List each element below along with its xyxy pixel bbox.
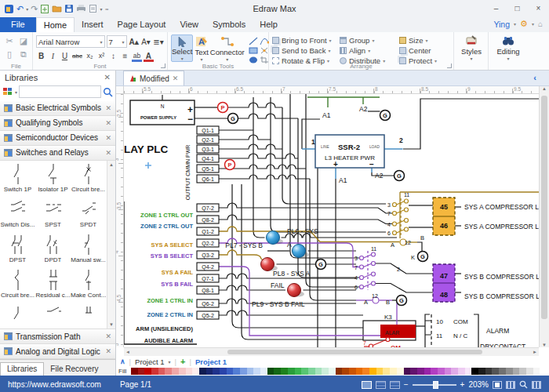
color-swatch[interactable] [533, 368, 540, 375]
color-swatch[interactable] [131, 368, 138, 375]
add-page-icon[interactable]: + [180, 357, 185, 366]
edraw-logo-icon[interactable] [4, 4, 14, 14]
color-swatch[interactable] [227, 368, 234, 375]
minimize-button[interactable]: – [485, 1, 507, 17]
status-url[interactable]: https://www.edrawsoft.com [8, 380, 101, 389]
new-document-icon[interactable] [40, 4, 49, 14]
library-group-qualifying-symbols[interactable]: Qualifying Symbols✕ [0, 116, 115, 131]
print-icon[interactable] [76, 4, 86, 13]
wiring-diagram[interactable]: P P G G G G G G N POWER SUPPLY + − [124, 94, 539, 347]
send-to-back-dropdown-icon[interactable]: ▾ [329, 48, 331, 53]
highlight-button[interactable]: ab [132, 50, 142, 62]
color-swatch[interactable] [151, 368, 158, 375]
bullets-button[interactable]: ≡ [120, 50, 130, 62]
library-close-icon[interactable]: ✕ [105, 332, 111, 340]
color-swatch[interactable] [410, 368, 417, 375]
vertical-scroll-thumb[interactable] [541, 96, 547, 319]
color-swatch[interactable] [138, 368, 145, 375]
tab-symbols[interactable]: Symbols [205, 17, 253, 32]
library-symbol[interactable]: Circuit bre... [71, 162, 106, 193]
zoom-slider[interactable] [413, 384, 456, 386]
underline-button[interactable]: U [60, 50, 70, 62]
cross-tool-icon[interactable] [260, 46, 269, 55]
color-swatch[interactable] [445, 368, 452, 375]
library-symbol[interactable]: DPDT [35, 233, 71, 263]
shrink-font-icon[interactable]: A▾ [140, 36, 151, 48]
color-swatch[interactable] [492, 368, 499, 375]
align-button[interactable]: Align▾ [340, 46, 399, 55]
format-painter-icon[interactable]: ◪ [20, 36, 27, 46]
color-swatch[interactable] [397, 368, 404, 375]
center-button[interactable]: Center [399, 46, 448, 55]
color-swatch[interactable] [199, 368, 206, 375]
color-swatch[interactable] [485, 368, 493, 375]
vertical-scrollbar[interactable]: ▲ ▼ [539, 86, 549, 347]
font-size-select[interactable]: 7▾ [107, 35, 127, 48]
color-swatch[interactable] [526, 368, 533, 375]
zoom-slider-thumb[interactable] [433, 381, 438, 389]
library-symbol[interactable] [71, 303, 106, 327]
library-group-basic-electrical-symbols[interactable]: Basic Electrical Symbols✕ [0, 101, 115, 116]
color-swatch[interactable] [369, 368, 376, 375]
color-swatch[interactable] [431, 368, 438, 375]
library-group-semiconductor-devices[interactable]: Semiconductor Devices✕ [0, 131, 115, 146]
color-swatch[interactable] [295, 368, 302, 375]
bring-to-front-button[interactable]: Bring to Front▾ [272, 36, 340, 45]
color-swatch[interactable] [213, 368, 220, 375]
color-swatch[interactable] [144, 368, 151, 375]
line-spacing-button[interactable]: ↕ [108, 50, 118, 62]
color-swatch[interactable] [513, 368, 520, 375]
color-swatch[interactable] [329, 368, 336, 375]
color-swatch[interactable] [165, 368, 172, 375]
color-swatch[interactable] [465, 368, 472, 375]
superscript-button[interactable]: x² [96, 50, 107, 62]
tab-insert[interactable]: Insert [75, 17, 111, 32]
bold-button[interactable]: B [36, 50, 46, 62]
library-symbol[interactable]: Manual sw... [71, 233, 106, 263]
scroll-left-icon[interactable]: ◄ [125, 349, 130, 356]
collapse-pages-icon[interactable]: ∧ [120, 358, 125, 365]
color-swatch[interactable] [267, 368, 274, 375]
undo-icon[interactable]: ↶ [16, 4, 24, 14]
library-symbol[interactable] [0, 303, 35, 327]
page-selector[interactable]: Project 1 [135, 358, 165, 366]
color-swatch[interactable] [233, 368, 240, 375]
rectangle-tool-icon[interactable] [249, 46, 258, 55]
color-swatch[interactable] [458, 368, 465, 375]
send-to-back-button[interactable]: Send to Back▾ [272, 46, 340, 55]
tab-file[interactable]: File [0, 17, 36, 32]
redo-icon[interactable]: ↷ [31, 4, 38, 14]
library-symbol[interactable]: Residual c... [35, 268, 71, 299]
select-tool-button[interactable]: Select▾ [171, 34, 193, 62]
symbol-scrollbar[interactable]: ▲ ▼ [107, 161, 115, 328]
color-swatch[interactable] [301, 368, 308, 375]
export-icon[interactable] [89, 4, 97, 13]
bring-to-front-dropdown-icon[interactable]: ▾ [329, 38, 332, 43]
library-close-icon[interactable]: ✕ [105, 347, 111, 355]
scroll-right-icon[interactable]: ► [533, 349, 537, 356]
magnifier-icon[interactable] [519, 380, 528, 389]
settings-gear-icon[interactable]: ⚙ [520, 19, 528, 29]
color-swatch[interactable] [376, 368, 384, 375]
library-symbol[interactable]: DPST [0, 233, 35, 263]
library-symbol[interactable]: Switch Dis... [0, 198, 35, 228]
fit-width-icon[interactable] [506, 381, 515, 389]
library-close-icon[interactable]: ✕ [105, 104, 111, 112]
color-swatch[interactable] [308, 368, 315, 375]
color-swatch[interactable] [206, 368, 213, 375]
page-selector-dropdown-icon[interactable]: ▾ [169, 359, 171, 365]
align-dropdown-icon[interactable]: ▾ [368, 48, 370, 53]
color-swatch[interactable] [417, 368, 424, 375]
connector-tool-button[interactable]: Connector▾ [210, 34, 245, 62]
active-page-tab[interactable]: Project 1 [195, 358, 227, 366]
color-swatch[interactable] [506, 368, 513, 375]
color-swatch[interactable] [471, 368, 478, 375]
qat-customize-icon[interactable]: ≂ [104, 6, 108, 12]
undo-dropdown-icon[interactable]: ▾ [26, 6, 28, 12]
view-normal-icon[interactable] [362, 381, 372, 389]
library-symbol[interactable]: Circuit bre... [0, 268, 35, 299]
library-symbol[interactable] [35, 303, 71, 327]
tab-home[interactable]: Home [36, 17, 75, 32]
library-group-switches-and-relays[interactable]: Switches and Relays✕ [0, 146, 115, 161]
view-presentation-icon[interactable] [390, 381, 400, 389]
